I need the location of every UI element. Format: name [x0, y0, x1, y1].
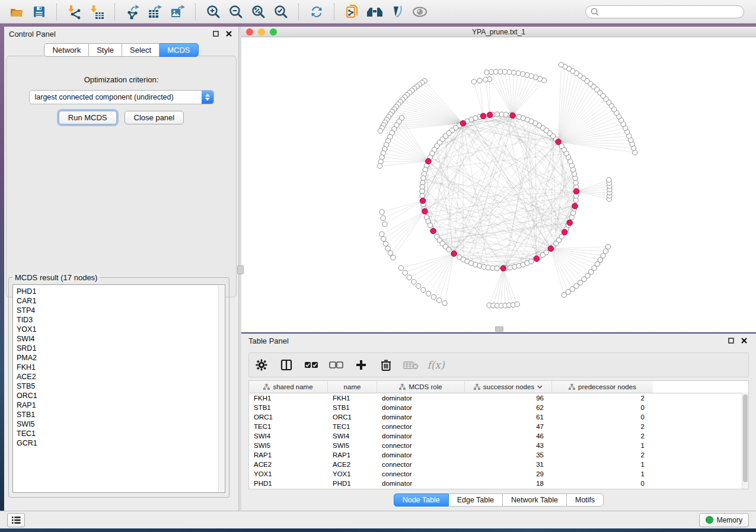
mcds-result-node[interactable]: STB5	[13, 382, 225, 391]
column-header-shared-name[interactable]: shared name	[249, 381, 328, 393]
close-table-panel-icon[interactable]	[739, 336, 749, 345]
search-input[interactable]	[602, 7, 739, 17]
column-header-predecessor-nodes[interactable]: predecessor nodes	[552, 381, 653, 393]
mcds-result-node[interactable]: ACE2	[13, 372, 225, 382]
table-cell: 2	[552, 450, 653, 460]
function-builder-icon: f(x)	[428, 357, 444, 373]
mcds-result-node[interactable]: GCR1	[13, 438, 225, 448]
table-settings-gear-icon[interactable]	[254, 357, 269, 373]
table-cell: 47	[465, 422, 552, 431]
show-columns-icon[interactable]	[279, 357, 294, 373]
hide-graphics-details-icon[interactable]	[388, 3, 407, 21]
export-network-icon[interactable]	[123, 3, 142, 21]
zoom-in-icon[interactable]	[204, 3, 223, 21]
import-table-icon[interactable]	[88, 3, 107, 21]
tab-node-table[interactable]: Node Table	[394, 493, 449, 507]
close-panel-button[interactable]: Close panel	[125, 111, 184, 124]
column-header-successor-nodes[interactable]: successor nodes	[465, 381, 552, 393]
toolbar-separator	[195, 4, 196, 20]
table-row[interactable]: STB1STB1dominator620	[249, 403, 748, 412]
mcds-result-node[interactable]: FKH1	[13, 363, 225, 372]
mcds-result-node[interactable]: SWI4	[13, 334, 225, 344]
tab-select[interactable]: Select	[122, 43, 160, 57]
mcds-result-node[interactable]: TID3	[13, 315, 225, 325]
run-mcds-button[interactable]: Run MCDS	[59, 111, 117, 124]
network-table-splitter-handle[interactable]	[495, 326, 503, 332]
tab-style[interactable]: Style	[89, 43, 122, 57]
birds-eye-view-icon[interactable]	[410, 3, 429, 21]
mcds-result-node[interactable]: PHD1	[13, 287, 225, 296]
network-window-titlebar[interactable]: YPA_prune.txt_1	[241, 27, 756, 37]
mcds-result-node[interactable]: YOX1	[13, 325, 225, 334]
table-toolbar: f(x)	[248, 352, 749, 377]
float-panel-icon[interactable]	[211, 29, 221, 39]
table-cell: FKH1	[249, 393, 328, 403]
show-tasks-button[interactable]	[7, 513, 25, 527]
tab-edge-table[interactable]: Edge Table	[449, 493, 503, 507]
table-cell: 31	[465, 460, 552, 469]
memory-button[interactable]: Memory	[699, 513, 749, 527]
mcds-result-node[interactable]: STB1	[13, 410, 225, 419]
mcds-result-node[interactable]: SWI5	[13, 419, 225, 429]
table-cell: ACE2	[328, 460, 377, 469]
column-header-mcds-role[interactable]: MCDS role	[377, 381, 465, 393]
mcds-list-scrollbar[interactable]	[218, 286, 224, 492]
search-binoculars-icon[interactable]	[365, 3, 384, 21]
tab-network-table[interactable]: Network Table	[503, 493, 567, 507]
mcds-result-node[interactable]: CAR1	[13, 296, 225, 306]
refresh-icon[interactable]	[307, 3, 326, 21]
deselect-all-rows-icon[interactable]	[328, 357, 344, 373]
table-scrollbar-thumb[interactable]	[743, 395, 748, 482]
table-row[interactable]: ACE2ACE2connector311	[249, 460, 748, 469]
table-row[interactable]: TEC1TEC1connector472	[249, 422, 748, 431]
float-table-panel-icon[interactable]	[726, 336, 736, 345]
table-cell	[653, 431, 748, 441]
mcds-result-list[interactable]: PHD1CAR1STP4TID3YOX1SWI4SRD1PMA2FKH1ACE2…	[12, 284, 225, 493]
mcds-result-node[interactable]: STP4	[13, 306, 225, 315]
save-session-icon[interactable]	[30, 3, 49, 21]
export-table-icon[interactable]	[146, 3, 165, 21]
attribute-type-icon	[399, 384, 406, 390]
tab-motifs[interactable]: Motifs	[567, 493, 604, 507]
tab-mcds[interactable]: MCDS	[160, 43, 198, 57]
close-panel-icon[interactable]	[224, 29, 234, 39]
mcds-result-node[interactable]: PMA2	[13, 353, 225, 363]
memory-status-icon	[706, 516, 713, 524]
table-panel: Table Panel f(x) shared na	[241, 334, 756, 511]
tab-network[interactable]: Network	[44, 43, 89, 57]
table-row[interactable]: ORC1ORC1dominator610	[249, 412, 748, 422]
select-all-rows-icon[interactable]	[304, 357, 319, 373]
mcds-result-node[interactable]: SRD1	[13, 344, 225, 353]
delete-column-trash-icon[interactable]	[378, 357, 394, 373]
open-file-icon[interactable]	[7, 3, 26, 21]
mcds-result-node[interactable]: RAP1	[13, 400, 225, 410]
import-network-icon[interactable]	[65, 3, 84, 21]
table-row[interactable]: SWI4SWI4dominator462	[249, 431, 748, 441]
table-cell: 18	[465, 479, 552, 488]
table-row[interactable]: PHD1PHD1dominator180	[249, 479, 748, 488]
export-image-icon[interactable]	[168, 3, 187, 21]
zoom-fit-icon[interactable]	[249, 3, 268, 21]
add-column-icon[interactable]	[353, 357, 369, 373]
zoom-out-icon[interactable]	[227, 3, 245, 21]
panel-splitter-handle[interactable]	[237, 265, 244, 274]
mcds-result-node[interactable]: ORC1	[13, 391, 225, 400]
criterion-dropdown[interactable]: largest connected component (undirected)	[29, 90, 214, 104]
table-row[interactable]: RAP1RAP1dominator352	[249, 450, 748, 460]
table-cell: 2	[552, 431, 653, 441]
table-cell	[653, 441, 748, 450]
table-cell: RAP1	[249, 450, 328, 460]
table-row[interactable]: YOX1YOX1connector291	[249, 469, 748, 479]
mcds-result-node[interactable]: TEC1	[13, 429, 225, 438]
zoom-selected-icon[interactable]	[272, 3, 291, 21]
table-cell: TEC1	[249, 422, 328, 431]
table-cell: 62	[465, 403, 552, 412]
search-box[interactable]	[585, 5, 744, 18]
table-row[interactable]: FKH1FKH1dominator962	[249, 393, 748, 403]
clone-network-icon[interactable]	[343, 3, 362, 21]
table-scrollbar[interactable]	[742, 393, 748, 489]
network-canvas[interactable]	[241, 37, 756, 332]
table-row[interactable]: SWI5SWI5connector431	[249, 441, 748, 450]
mcds-tab-content: Optimization criterion: largest connecte…	[6, 56, 237, 297]
column-header-name[interactable]: name	[328, 381, 377, 393]
